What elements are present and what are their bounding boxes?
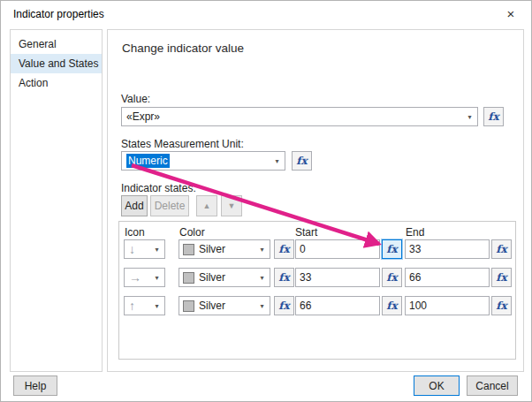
color-dropdown-2[interactable]: Silver ▾ — [179, 296, 270, 315]
fx-button-start-2[interactable]: fx — [382, 296, 402, 315]
indicator-states-table: Icon Color Start End ↓ ▾ Silver ▾ fx fx — [118, 221, 516, 360]
column-header-icon: Icon — [125, 226, 145, 239]
column-header-end: End — [406, 226, 424, 239]
value-dropdown[interactable]: «Expr» ▾ — [121, 107, 478, 126]
chevron-down-icon: ▾ — [150, 241, 163, 257]
table-row: ↑ ▾ Silver ▾ fx fx fx — [119, 296, 515, 315]
add-button[interactable]: Add — [121, 195, 148, 216]
fx-button-color-2[interactable]: fx — [274, 296, 294, 315]
end-input-2[interactable] — [405, 296, 490, 315]
down-arrow-icon: ▼ — [228, 201, 236, 210]
color-swatch — [183, 244, 194, 255]
fx-icon: fx — [386, 271, 397, 284]
help-button[interactable]: Help — [13, 375, 57, 396]
delete-button[interactable]: Delete — [150, 195, 189, 216]
fx-icon: fx — [496, 300, 506, 312]
icon-dropdown-1[interactable]: → ▾ — [124, 268, 165, 287]
start-input-1[interactable] — [295, 268, 380, 287]
fx-icon: fx — [386, 243, 397, 255]
up-arrow-icon: ▲ — [203, 201, 211, 210]
sidebar-item-action[interactable]: Action — [11, 73, 102, 93]
move-down-button[interactable]: ▼ — [221, 195, 242, 216]
down-arrow-icon: ↓ — [129, 243, 135, 255]
unit-label: States Measurement Unit: — [121, 138, 244, 150]
table-row: ↓ ▾ Silver ▾ fx fx fx — [119, 239, 515, 259]
close-icon[interactable]: × — [499, 4, 522, 24]
indicator-properties-dialog: Indicator properties × General Value and… — [0, 0, 532, 402]
fx-button-start-1[interactable]: fx — [382, 268, 402, 287]
color-dropdown-1[interactable]: Silver ▾ — [179, 268, 270, 287]
fx-button-value[interactable]: fx — [483, 107, 504, 126]
end-input-1[interactable] — [405, 268, 490, 287]
move-up-button[interactable]: ▲ — [196, 195, 217, 216]
title-bar: Indicator properties × — [1, 1, 531, 27]
end-input-0[interactable] — [405, 239, 490, 259]
fx-icon: fx — [496, 271, 506, 284]
fx-button-end-2[interactable]: fx — [491, 296, 512, 315]
sidebar-item-label: Value and States — [19, 57, 99, 70]
cancel-button[interactable]: Cancel — [467, 375, 518, 396]
start-input-0[interactable] — [295, 239, 380, 259]
value-dropdown-selected: «Expr» — [126, 110, 160, 123]
page-title: Change indicator value — [122, 42, 244, 55]
chevron-down-icon: ▾ — [255, 269, 269, 285]
fx-button-color-1[interactable]: fx — [274, 268, 294, 287]
fx-button-unit[interactable]: fx — [292, 151, 312, 171]
column-header-start: Start — [295, 226, 317, 239]
chevron-down-icon: ▾ — [150, 298, 163, 314]
chevron-down-icon: ▾ — [255, 298, 269, 314]
fx-icon: fx — [386, 300, 397, 312]
chevron-down-icon: ▾ — [150, 269, 163, 285]
fx-icon: fx — [296, 155, 307, 167]
indicator-states-label: Indicator states: — [121, 182, 196, 194]
sidebar-item-label: General — [19, 38, 57, 50]
fx-icon: fx — [278, 243, 289, 255]
fx-button-end-0[interactable]: fx — [491, 239, 512, 259]
unit-dropdown[interactable]: Numeric ▾ — [121, 151, 285, 171]
color-dropdown-selected: Silver — [199, 271, 225, 284]
fx-button-color-0[interactable]: fx — [274, 239, 294, 259]
color-swatch — [183, 272, 194, 284]
main-panel: Change indicator value Value: «Expr» ▾ f… — [107, 29, 524, 372]
sidebar-item-general[interactable]: General — [11, 34, 102, 54]
color-dropdown-0[interactable]: Silver ▾ — [179, 239, 270, 259]
value-label: Value: — [121, 93, 150, 105]
fx-icon: fx — [488, 110, 498, 123]
fx-icon: fx — [496, 243, 506, 255]
sidebar-item-value-and-states[interactable]: Value and States — [11, 54, 102, 73]
color-dropdown-selected: Silver — [199, 300, 225, 312]
table-row: → ▾ Silver ▾ fx fx fx — [119, 268, 515, 287]
icon-dropdown-2[interactable]: ↑ ▾ — [124, 296, 165, 315]
fx-button-end-1[interactable]: fx — [491, 268, 512, 287]
icon-dropdown-0[interactable]: ↓ ▾ — [124, 239, 165, 259]
color-swatch — [183, 300, 194, 312]
dialog-title: Indicator properties — [13, 8, 104, 20]
chevron-down-icon: ▾ — [270, 153, 284, 169]
fx-button-start-0[interactable]: fx — [382, 239, 402, 259]
color-dropdown-selected: Silver — [199, 243, 225, 255]
chevron-down-icon: ▾ — [255, 241, 269, 257]
chevron-down-icon: ▾ — [463, 109, 476, 125]
sidebar: General Value and States Action — [10, 29, 103, 372]
up-arrow-icon: ↑ — [129, 300, 135, 312]
sidebar-item-label: Action — [19, 77, 48, 89]
column-header-color: Color — [179, 226, 205, 239]
right-arrow-icon: → — [129, 271, 141, 284]
start-input-2[interactable] — [295, 296, 380, 315]
unit-dropdown-selected: Numeric — [126, 154, 170, 168]
fx-icon: fx — [278, 271, 289, 284]
fx-icon: fx — [278, 300, 289, 312]
ok-button[interactable]: OK — [414, 375, 460, 396]
